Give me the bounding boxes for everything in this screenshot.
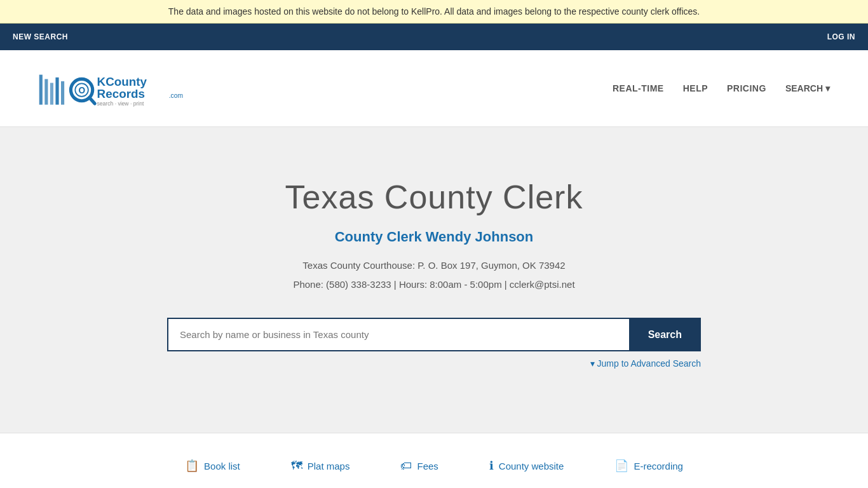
svg-rect-1 xyxy=(44,79,48,104)
site-header: O KCounty Records .com search · view · p… xyxy=(0,50,868,127)
svg-text:KCounty: KCounty xyxy=(97,75,147,88)
real-time-link[interactable]: REAL-TIME xyxy=(613,83,664,93)
svg-text:.com: .com xyxy=(169,92,183,99)
search-button[interactable]: Search xyxy=(629,318,701,351)
book-list-icon: 📋 xyxy=(185,459,199,473)
footer-book-list[interactable]: 📋 Book list xyxy=(185,459,240,473)
plat-maps-label: Plat maps xyxy=(308,461,350,471)
erecording-icon: 📄 xyxy=(614,459,628,473)
svg-text:Records: Records xyxy=(97,87,145,100)
chevron-down-icon: ▾ xyxy=(825,83,830,93)
search-form: Search xyxy=(167,318,701,351)
county-website-label: County website xyxy=(499,461,564,471)
advanced-search-link[interactable]: ▾ Jump to Advanced Search xyxy=(590,358,701,369)
address-line2: Phone: (580) 338-3233 | Hours: 8:00am - … xyxy=(13,277,855,292)
svg-rect-3 xyxy=(55,78,58,105)
search-input[interactable] xyxy=(167,318,629,351)
help-link[interactable]: HELP xyxy=(683,83,708,93)
pricing-link[interactable]: PRICING xyxy=(727,83,766,93)
footer-plat-maps[interactable]: 🗺 Plat maps xyxy=(291,459,350,473)
hero-section: Texas County Clerk County Clerk Wendy Jo… xyxy=(0,127,868,433)
svg-text:O: O xyxy=(78,86,85,95)
svg-line-8 xyxy=(90,98,95,104)
svg-text:search · view · print: search · view · print xyxy=(97,100,144,107)
page-title: Texas County Clerk xyxy=(13,178,855,216)
advanced-search-link-container: ▾ Jump to Advanced Search xyxy=(167,358,701,369)
log-in-link[interactable]: LOG IN xyxy=(827,32,855,41)
footer-county-website[interactable]: ℹ County website xyxy=(489,459,564,473)
notice-banner: The data and images hosted on this websi… xyxy=(0,0,868,24)
logo-area: O KCounty Records .com search · view · p… xyxy=(38,63,191,114)
svg-rect-2 xyxy=(50,83,53,104)
footer-erecording[interactable]: 📄 E-recording xyxy=(614,459,683,473)
search-dropdown[interactable]: SEARCH ▾ xyxy=(785,83,830,93)
search-dropdown-label: SEARCH xyxy=(785,83,823,93)
top-nav: NEW SEARCH LOG IN xyxy=(0,24,868,50)
county-website-icon: ℹ xyxy=(489,459,494,473)
new-search-link[interactable]: NEW SEARCH xyxy=(13,32,68,41)
main-nav: REAL-TIME HELP PRICING SEARCH ▾ xyxy=(613,83,830,93)
banner-text: The data and images hosted on this websi… xyxy=(168,6,700,17)
book-list-label: Book list xyxy=(204,461,240,471)
erecording-label: E-recording xyxy=(634,461,683,471)
svg-rect-0 xyxy=(39,75,43,105)
site-logo[interactable]: O KCounty Records .com search · view · p… xyxy=(38,63,191,114)
address-line1: Texas County Courthouse: P. O. Box 197, … xyxy=(13,258,855,273)
svg-rect-4 xyxy=(61,81,64,105)
fees-label: Fees xyxy=(417,461,438,471)
plat-maps-icon: 🗺 xyxy=(291,459,302,473)
clerk-name: County Clerk Wendy Johnson xyxy=(13,229,855,245)
footer-fees[interactable]: 🏷 Fees xyxy=(400,459,438,473)
fees-icon: 🏷 xyxy=(400,459,412,473)
footer-links: 📋 Book list 🗺 Plat maps 🏷 Fees ℹ County … xyxy=(0,433,868,488)
